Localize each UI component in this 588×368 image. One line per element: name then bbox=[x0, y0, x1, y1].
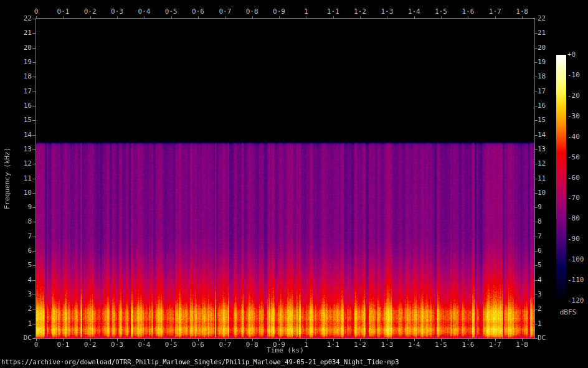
x-tick-label: 0 bbox=[34, 8, 39, 16]
x-tick-top bbox=[387, 16, 387, 19]
y-tick-left bbox=[32, 207, 36, 208]
colorbar-tick-label: -80 bbox=[567, 215, 580, 222]
colorbar-tick-label: -110 bbox=[567, 276, 584, 284]
x-tick-label: 0·7 bbox=[219, 8, 231, 16]
y-tick-left bbox=[32, 309, 36, 309]
x-tick-top bbox=[117, 16, 118, 19]
x-tick-top bbox=[252, 16, 253, 19]
y-tick-left bbox=[32, 164, 36, 164]
x-tick-top bbox=[360, 16, 361, 19]
x-tick-top bbox=[279, 16, 280, 19]
y-tick-left bbox=[32, 120, 36, 121]
x-tick-label: 0·8 bbox=[246, 8, 258, 16]
x-axis-title: Time (ks) bbox=[36, 346, 534, 354]
x-tick-top bbox=[198, 16, 199, 19]
y-tick-left bbox=[32, 19, 36, 19]
x-tick-label: 1·2 bbox=[354, 8, 366, 16]
x-tick-label: 0·6 bbox=[192, 8, 204, 16]
colorbar-tick-label: -20 bbox=[567, 92, 580, 100]
y-tick-left bbox=[32, 193, 36, 194]
x-tick-top bbox=[90, 16, 91, 19]
colorbar-tick-label: -50 bbox=[567, 154, 580, 161]
y-tick-left bbox=[32, 33, 36, 34]
y-tick-left bbox=[32, 48, 36, 49]
y-tick-label-right: 21 bbox=[538, 29, 560, 37]
plot-border bbox=[36, 18, 535, 339]
source-url: https://archive·org/download/OTRR_Philip… bbox=[1, 357, 399, 366]
y-tick-label-right: 20 bbox=[538, 44, 560, 52]
spectrogram-screen: 000·10·10·20·20·30·30·40·40·50·50·60·60·… bbox=[0, 0, 588, 368]
colorbar-tick-label: -60 bbox=[567, 174, 580, 182]
x-tick-top bbox=[441, 16, 442, 19]
x-tick-label: 0·9 bbox=[273, 8, 285, 16]
y-tick-left bbox=[32, 179, 36, 179]
x-tick-top bbox=[306, 16, 306, 19]
x-tick-top bbox=[468, 16, 468, 19]
y-tick-left bbox=[32, 149, 36, 150]
y-tick-left bbox=[32, 62, 36, 63]
y-tick-label-right: DC bbox=[538, 334, 560, 342]
colorbar-tick-label: -30 bbox=[567, 113, 580, 120]
x-tick-label: 0·1 bbox=[57, 8, 69, 16]
x-tick-label: 1·8 bbox=[516, 8, 528, 16]
x-tick-label: 0·2 bbox=[84, 8, 97, 16]
y-tick-left bbox=[32, 237, 36, 237]
y-tick-left bbox=[32, 251, 36, 252]
x-tick-top bbox=[144, 16, 145, 19]
y-tick-left bbox=[32, 324, 36, 324]
x-tick-label: 1·1 bbox=[327, 8, 339, 16]
colorbar-tick-label: -90 bbox=[567, 235, 580, 243]
x-tick-top bbox=[225, 16, 225, 19]
y-tick-left bbox=[32, 265, 36, 266]
x-tick-top bbox=[333, 16, 334, 19]
y-tick-left bbox=[32, 222, 36, 222]
colorbar-tick-label: -100 bbox=[567, 256, 584, 263]
y-tick-left bbox=[32, 280, 36, 281]
y-tick-left bbox=[32, 77, 36, 77]
x-tick-label: 1·4 bbox=[408, 8, 420, 16]
x-tick-top bbox=[495, 16, 496, 19]
x-tick-top bbox=[36, 16, 37, 19]
colorbar-tick-label: +0 bbox=[567, 51, 576, 59]
y-tick-left bbox=[32, 106, 36, 106]
colorbar-tick-label: -70 bbox=[567, 194, 580, 202]
x-tick-top bbox=[522, 16, 523, 19]
x-tick-label: 0·5 bbox=[165, 8, 178, 16]
colorbar-unit-label: dBFS bbox=[556, 308, 580, 316]
x-tick-top bbox=[414, 16, 415, 19]
colorbar-canvas bbox=[556, 55, 566, 301]
colorbar-tick-label: -120 bbox=[567, 297, 584, 304]
x-tick-label: 1·5 bbox=[435, 8, 447, 16]
x-tick-label: 1·7 bbox=[489, 8, 501, 16]
x-tick-top bbox=[171, 16, 172, 19]
x-tick-label: 1·3 bbox=[381, 8, 393, 16]
y-axis-title: Frequency (kHz) bbox=[0, 19, 15, 338]
y-tick-left bbox=[32, 338, 36, 339]
y-tick-left bbox=[32, 92, 36, 92]
y-tick-left bbox=[32, 295, 36, 295]
x-tick-label: 1·6 bbox=[462, 8, 474, 16]
y-tick-left bbox=[32, 135, 36, 136]
x-tick-label: 0·3 bbox=[111, 8, 123, 16]
y-tick-label-right: 22 bbox=[538, 15, 560, 22]
x-tick-label: 1 bbox=[304, 8, 308, 16]
x-tick-top bbox=[63, 16, 64, 19]
colorbar-tick-label: -10 bbox=[567, 72, 580, 79]
y-tick-label-right: 1 bbox=[538, 320, 560, 328]
colorbar-tick-label: -40 bbox=[567, 133, 580, 141]
x-tick-label: 0·4 bbox=[138, 8, 150, 16]
